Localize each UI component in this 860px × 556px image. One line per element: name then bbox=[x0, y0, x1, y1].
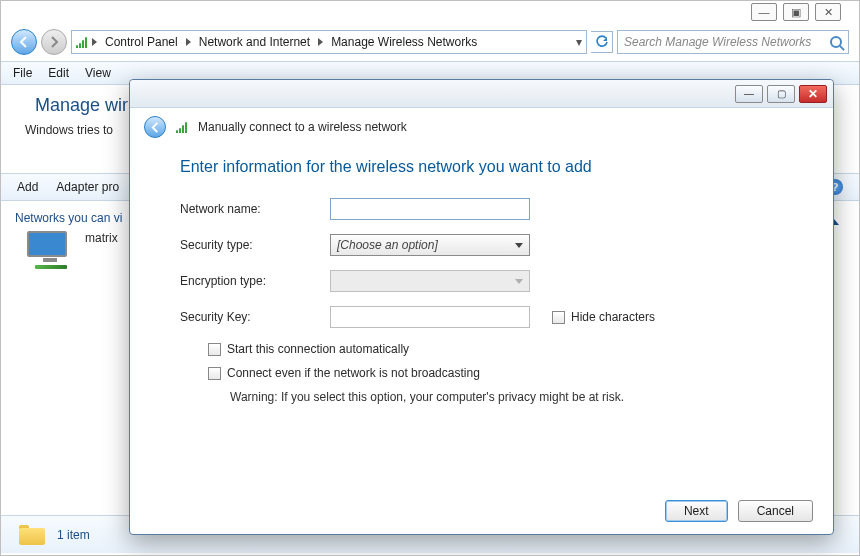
maximize-button[interactable]: ▣ bbox=[783, 3, 809, 21]
status-text: 1 item bbox=[57, 528, 90, 542]
label-network-name: Network name: bbox=[180, 202, 330, 216]
explorer-window: — ▣ ✕ Control Panel Network and Internet… bbox=[0, 0, 860, 556]
network-item-label: matrix bbox=[85, 231, 118, 245]
dialog-minimize-button[interactable]: — bbox=[735, 85, 763, 103]
refresh-button[interactable] bbox=[591, 31, 613, 53]
cmd-adapter-properties[interactable]: Adapter pro bbox=[56, 180, 119, 194]
security-key-field[interactable] bbox=[330, 306, 530, 328]
network-name-field[interactable] bbox=[330, 198, 530, 220]
nav-row: Control Panel Network and Internet Manag… bbox=[11, 27, 849, 57]
window-controls: — ▣ ✕ bbox=[751, 3, 841, 21]
hide-characters-label: Hide characters bbox=[571, 310, 655, 324]
signal-icon bbox=[176, 121, 188, 133]
folder-icon bbox=[19, 525, 45, 545]
breadcrumb-segment[interactable]: Control Panel bbox=[101, 33, 182, 51]
menu-file[interactable]: File bbox=[13, 66, 32, 80]
chevron-down-icon bbox=[515, 243, 523, 248]
networks-section-title: Networks you can vi bbox=[15, 211, 122, 225]
cancel-button[interactable]: Cancel bbox=[738, 500, 813, 522]
dialog-footer: Next Cancel bbox=[665, 500, 813, 522]
auto-start-label: Start this connection automatically bbox=[227, 342, 409, 356]
breadcrumb-segment[interactable]: Manage Wireless Networks bbox=[327, 33, 481, 51]
page-subtitle: Windows tries to bbox=[25, 123, 113, 137]
auto-start-checkbox[interactable] bbox=[208, 343, 221, 356]
arrow-left-icon bbox=[18, 36, 30, 48]
label-encryption-type: Encryption type: bbox=[180, 274, 330, 288]
dialog-close-button[interactable]: ✕ bbox=[799, 85, 827, 103]
arrow-right-icon bbox=[48, 36, 60, 48]
chevron-right-icon bbox=[186, 38, 191, 46]
menu-edit[interactable]: Edit bbox=[48, 66, 69, 80]
cmd-add[interactable]: Add bbox=[17, 180, 38, 194]
connect-hidden-label: Connect even if the network is not broad… bbox=[227, 366, 480, 380]
next-button[interactable]: Next bbox=[665, 500, 728, 522]
wizard-dialog: — ▢ ✕ Manually connect to a wireless net… bbox=[129, 79, 834, 535]
connect-hidden-checkbox[interactable] bbox=[208, 367, 221, 380]
refresh-icon bbox=[595, 35, 609, 49]
dialog-body: Enter information for the wireless netwo… bbox=[130, 144, 833, 418]
chevron-right-icon bbox=[92, 38, 97, 46]
wizard-back-button[interactable] bbox=[144, 116, 166, 138]
close-button[interactable]: ✕ bbox=[815, 3, 841, 21]
nav-forward-button[interactable] bbox=[41, 29, 67, 55]
dialog-header: Manually connect to a wireless network bbox=[130, 108, 833, 144]
address-bar[interactable]: Control Panel Network and Internet Manag… bbox=[71, 30, 587, 54]
hide-characters-checkbox[interactable] bbox=[552, 311, 565, 324]
chevron-down-icon bbox=[515, 279, 523, 284]
nav-back-button[interactable] bbox=[11, 29, 37, 55]
search-input[interactable]: Search Manage Wireless Networks bbox=[617, 30, 849, 54]
warning-text: Warning: If you select this option, your… bbox=[230, 390, 783, 404]
breadcrumb-segment[interactable]: Network and Internet bbox=[195, 33, 314, 51]
dialog-heading: Enter information for the wireless netwo… bbox=[180, 158, 783, 176]
signal-icon bbox=[76, 36, 88, 48]
encryption-type-select bbox=[330, 270, 530, 292]
arrow-left-icon bbox=[150, 122, 161, 133]
security-type-select[interactable]: [Choose an option] bbox=[330, 234, 530, 256]
label-security-key: Security Key: bbox=[180, 310, 330, 324]
chevron-right-icon bbox=[318, 38, 323, 46]
network-item[interactable]: matrix bbox=[27, 231, 118, 267]
minimize-button[interactable]: — bbox=[751, 3, 777, 21]
security-type-value: [Choose an option] bbox=[337, 238, 438, 252]
menu-view[interactable]: View bbox=[85, 66, 111, 80]
label-security-type: Security type: bbox=[180, 238, 330, 252]
search-icon bbox=[830, 36, 842, 48]
dialog-maximize-button[interactable]: ▢ bbox=[767, 85, 795, 103]
search-placeholder: Search Manage Wireless Networks bbox=[624, 35, 811, 49]
dialog-header-label: Manually connect to a wireless network bbox=[198, 120, 407, 134]
page-title: Manage wir bbox=[35, 95, 128, 116]
dialog-titlebar[interactable]: — ▢ ✕ bbox=[130, 80, 833, 108]
network-icon bbox=[27, 231, 73, 267]
